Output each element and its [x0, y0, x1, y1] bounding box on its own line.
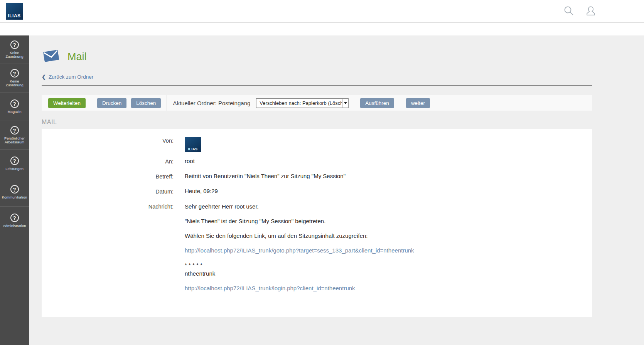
execute-button[interactable]: Ausführen — [360, 98, 394, 108]
back-to-folder-link[interactable]: ❮ Zurück zum Ordner — [42, 74, 93, 80]
sidebar-item-label: Magazin — [7, 110, 22, 114]
next-button[interactable]: weiter — [406, 98, 430, 108]
from-label: Von: — [42, 137, 174, 152]
question-circle-icon: ? — [10, 214, 19, 222]
sidebar-item-keine-zuordnung-1[interactable]: ? Keine Zuordnung — [0, 35, 29, 64]
ilias-logo[interactable]: ILIAS — [6, 3, 23, 20]
date-value: Heute, 09:29 — [185, 188, 218, 195]
main-content: Mail ❮ Zurück zum Ordner Weiterleiten Dr… — [29, 35, 644, 345]
to-row: An: root — [42, 158, 592, 165]
chevron-left-icon: ❮ — [42, 74, 46, 80]
session-link[interactable]: http://localhost.php72/ILIAS_trunk/goto.… — [185, 247, 414, 254]
sender-avatar: ILIAS — [185, 137, 201, 152]
user-icon[interactable] — [585, 5, 597, 17]
main-sidebar: ? Keine Zuordnung ? Keine Zuordnung ? Ma… — [0, 35, 29, 345]
move-to-selected-option: Verschieben nach: Papierkorb (Löschen) — [256, 100, 342, 106]
message-label: Nachricht: — [42, 203, 174, 292]
question-circle-icon: ? — [10, 99, 19, 108]
message-link-intro: Wählen Sie den folgenden Link, um auf de… — [185, 232, 414, 240]
sidebar-item-label: Kommunikation — [1, 195, 28, 200]
search-icon[interactable] — [563, 5, 575, 17]
sidebar-item-administration[interactable]: ? Administration — [0, 207, 29, 235]
page-title: Mail — [67, 51, 87, 63]
toolbar-divider — [167, 95, 167, 111]
to-label: An: — [42, 158, 174, 165]
message-row: Nachricht: Sehr geehrter Herr root user,… — [42, 203, 592, 292]
mail-envelope-icon — [42, 49, 60, 65]
subject-row: Betreff: Beitritt von Benutzer/in "Niels… — [42, 173, 592, 180]
sidebar-item-persoenlicher-arbeitsraum[interactable]: ? Persönlicher Arbeitsraum — [0, 121, 29, 150]
sidebar-item-keine-zuordnung-2[interactable]: ? Keine Zuordnung — [0, 64, 29, 93]
date-row: Datum: Heute, 09:29 — [42, 188, 592, 195]
sidebar-item-label: Leistungen — [5, 167, 24, 171]
subject-label: Betreff: — [42, 173, 174, 180]
mail-panel: Von: ILIAS An: root Betreff: Beitritt vo… — [42, 129, 592, 317]
question-circle-icon: ? — [10, 126, 19, 135]
client-name: ntheentrunk — [185, 270, 414, 278]
mail-toolbar: Weiterleiten Drucken Löschen Aktueller O… — [42, 95, 592, 111]
message-body: Sehr geehrter Herr root user, "Niels The… — [185, 203, 414, 292]
question-circle-icon: ? — [10, 185, 19, 194]
print-button[interactable]: Drucken — [97, 98, 126, 108]
from-row: Von: ILIAS — [42, 137, 592, 152]
mail-section-title: MAIL — [42, 119, 592, 126]
message-greeting: Sehr geehrter Herr root user, — [185, 203, 414, 210]
top-header: ILIAS — [0, 0, 644, 23]
delete-button[interactable]: Löschen — [131, 98, 161, 108]
sidebar-item-magazin[interactable]: ? Magazin — [0, 93, 29, 121]
question-circle-icon: ? — [10, 69, 19, 77]
sub-header-bar — [0, 23, 644, 35]
question-circle-icon: ? — [10, 40, 19, 49]
sidebar-item-label: Keine Zuordnung — [0, 79, 29, 88]
title-divider — [42, 85, 592, 86]
sidebar-item-kommunikation[interactable]: ? Kommunikation — [0, 178, 29, 207]
sidebar-item-label: Administration — [2, 224, 27, 228]
sidebar-item-leistungen[interactable]: ? Leistungen — [0, 150, 29, 178]
forward-button[interactable]: Weiterleiten — [48, 98, 86, 108]
message-separator: * * * * * — [185, 261, 414, 269]
question-circle-icon: ? — [10, 157, 19, 165]
current-folder-label: Aktueller Ordner: Posteingang — [173, 100, 250, 106]
move-to-select[interactable]: Verschieben nach: Papierkorb (Löschen) — [256, 98, 349, 108]
message-body-line: "Niels Theen" ist der Sitzung "My Sessio… — [185, 217, 414, 225]
back-link-label: Zurück zum Ordner — [49, 74, 93, 80]
dropdown-arrow-icon[interactable] — [342, 99, 348, 108]
login-link[interactable]: http://localhost.php72/ILIAS_trunk/login… — [185, 285, 355, 291]
subject-value: Beitritt von Benutzer/in "Niels Theen" z… — [185, 173, 346, 180]
date-label: Datum: — [42, 188, 174, 195]
sidebar-item-label: Keine Zuordnung — [0, 51, 29, 59]
sidebar-item-label: Persönlicher Arbeitsraum — [0, 136, 29, 145]
toolbar-divider — [400, 95, 400, 111]
to-value: root — [185, 158, 195, 165]
